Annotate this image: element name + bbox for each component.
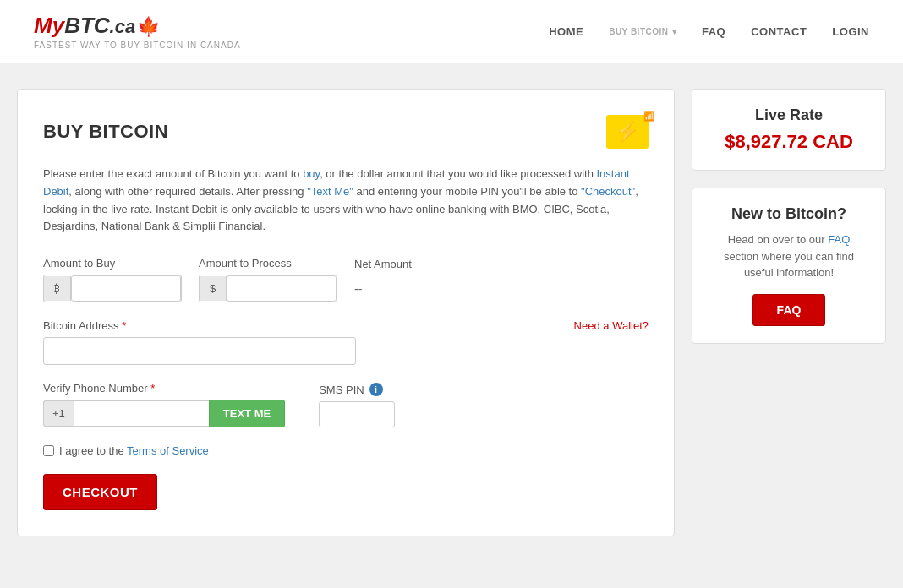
text-me-button[interactable]: TEXT ME: [209, 400, 285, 427]
phone-prefix: +1: [43, 400, 74, 427]
net-amount-value: --: [354, 275, 412, 302]
instant-debit-icon: 📶: [606, 115, 649, 149]
amount-to-buy-group: Amount to Buy ₿: [43, 257, 182, 302]
chevron-down-icon: ▾: [672, 27, 677, 36]
amount-to-process-label: Amount to Process: [199, 257, 337, 270]
terms-text: I agree to the Terms of Service: [59, 444, 209, 457]
site-header: MyBTC.ca🍁 FASTEST WAY TO BUY BITCOIN IN …: [0, 0, 903, 63]
logo-tagline: FASTEST WAY TO BUY BITCOIN IN CANADA: [34, 41, 241, 50]
description-text: Please enter the exact amount of Bitcoin…: [43, 166, 649, 236]
checkout-link[interactable]: "Checkout": [581, 185, 635, 198]
bitcoin-address-row: Bitcoin Address * Need a Wallet?: [43, 319, 649, 365]
logo-btc: BTC: [64, 13, 109, 38]
amount-to-process-input-wrapper: $: [199, 275, 337, 302]
phone-input-wrapper: +1 TEXT ME: [43, 400, 285, 427]
logo-my: My: [34, 13, 64, 38]
amount-row: Amount to Buy ₿ Amount to Process $ Net …: [43, 257, 649, 302]
faq-text-link[interactable]: FAQ: [828, 233, 850, 246]
bitcoin-address-input[interactable]: [43, 337, 356, 365]
maple-leaf-icon: 🍁: [137, 16, 160, 37]
text-me-link[interactable]: "Text Me": [307, 185, 353, 198]
wifi-icon: 📶: [643, 111, 655, 122]
live-rate-value: $8,927.72 CAD: [709, 131, 868, 153]
right-panel: Live Rate $8,927.72 CAD New to Bitcoin? …: [692, 89, 886, 536]
nav-contact[interactable]: CONTACT: [751, 25, 807, 38]
bitcoin-prefix-icon: ₿: [44, 276, 71, 301]
net-amount-group: Net Amount --: [354, 258, 412, 302]
phone-row: Verify Phone Number * +1 TEXT ME SMS PIN…: [43, 382, 649, 427]
main-nav: HOME BUY BITCOIN ▾ FAQ CONTACT LOGIN: [549, 25, 869, 38]
bitcoin-address-header: Bitcoin Address * Need a Wallet?: [43, 319, 649, 332]
verify-phone-required: *: [150, 382, 155, 395]
panel-header: BUY BITCOIN 📶: [43, 115, 649, 149]
new-to-bitcoin-title: New to Bitcoin?: [709, 205, 868, 223]
amount-to-buy-input[interactable]: [71, 275, 181, 302]
phone-input[interactable]: [74, 400, 209, 427]
lightning-icon: 📶: [606, 115, 649, 149]
bitcoin-address-label: Bitcoin Address *: [43, 319, 126, 332]
terms-of-service-link[interactable]: Terms of Service: [127, 444, 209, 457]
new-to-bitcoin-widget: New to Bitcoin? Head on over to our FAQ …: [692, 188, 886, 344]
dollar-prefix-icon: $: [200, 276, 227, 301]
amount-to-buy-label: Amount to Buy: [43, 257, 182, 270]
sms-info-icon[interactable]: i: [369, 383, 383, 396]
phone-group: Verify Phone Number * +1 TEXT ME: [43, 382, 285, 427]
terms-row: I agree to the Terms of Service: [43, 444, 649, 457]
terms-checkbox[interactable]: [43, 445, 54, 456]
faq-button[interactable]: FAQ: [752, 294, 826, 326]
buy-bitcoin-panel: BUY BITCOIN 📶 Please enter the exact amo…: [17, 89, 675, 536]
panel-title: BUY BITCOIN: [43, 121, 168, 143]
nav-faq[interactable]: FAQ: [702, 25, 725, 38]
nav-buy-bitcoin[interactable]: BUY BITCOIN ▾: [609, 27, 676, 36]
amount-to-process-group: Amount to Process $: [199, 257, 337, 302]
main-content: BUY BITCOIN 📶 Please enter the exact amo…: [0, 63, 903, 562]
amount-to-process-input[interactable]: [227, 275, 337, 302]
new-to-bitcoin-text: Head on over to our FAQ section where yo…: [709, 231, 868, 281]
live-rate-widget: Live Rate $8,927.72 CAD: [692, 89, 886, 171]
amount-to-buy-input-wrapper: ₿: [43, 275, 182, 302]
nav-login[interactable]: LOGIN: [832, 25, 869, 38]
sms-pin-label: SMS PIN: [319, 384, 364, 396]
net-amount-label: Net Amount: [354, 258, 412, 270]
nav-home[interactable]: HOME: [549, 25, 583, 38]
logo-area: MyBTC.ca🍁 FASTEST WAY TO BUY BITCOIN IN …: [34, 13, 241, 50]
bitcoin-address-required: *: [122, 319, 126, 332]
live-rate-title: Live Rate: [709, 106, 868, 124]
logo-ca: .ca: [110, 16, 136, 37]
logo: MyBTC.ca🍁: [34, 13, 241, 39]
checkout-button[interactable]: CHECKOUT: [43, 474, 157, 510]
sms-pin-input[interactable]: [319, 401, 395, 427]
sms-pin-group: SMS PIN i: [319, 383, 395, 427]
buy-link[interactable]: buy: [303, 167, 320, 180]
need-wallet-link[interactable]: Need a Wallet?: [574, 319, 649, 332]
sms-label-row: SMS PIN i: [319, 383, 395, 396]
verify-phone-label: Verify Phone Number *: [43, 382, 285, 395]
